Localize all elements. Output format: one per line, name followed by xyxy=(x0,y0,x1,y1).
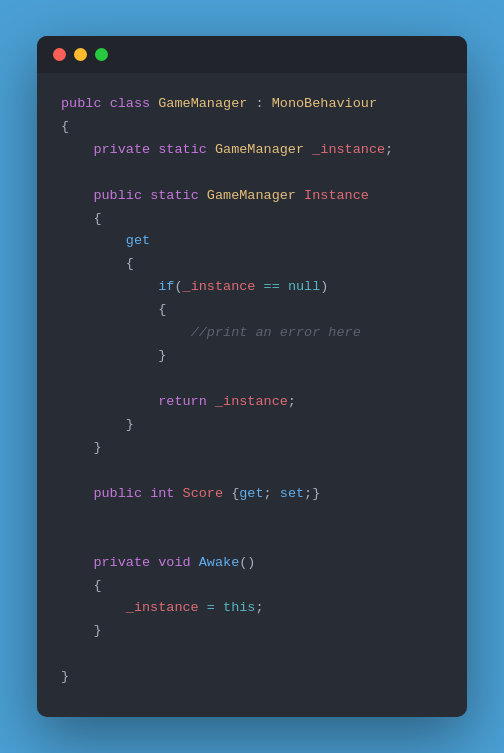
code-editor: publc class GameManager : MonoBehaviour … xyxy=(37,73,467,717)
code-line-7: get xyxy=(61,230,443,253)
code-line-19 xyxy=(61,506,443,529)
code-line-3: private static GameManager _instance; xyxy=(61,139,443,162)
code-line-11: //print an error here xyxy=(61,322,443,345)
code-line-25 xyxy=(61,643,443,666)
maximize-button[interactable] xyxy=(95,48,108,61)
code-line-21: private void Awake() xyxy=(61,552,443,575)
code-line-14: return _instance; xyxy=(61,391,443,414)
code-line-13 xyxy=(61,368,443,391)
code-line-4 xyxy=(61,162,443,185)
code-line-24: } xyxy=(61,620,443,643)
code-window: publc class GameManager : MonoBehaviour … xyxy=(37,36,467,717)
code-line-8: { xyxy=(61,253,443,276)
code-line-2: { xyxy=(61,116,443,139)
code-line-9: if(_instance == null) xyxy=(61,276,443,299)
code-line-5: public static GameManager Instance xyxy=(61,185,443,208)
code-line-1: publc class GameManager : MonoBehaviour xyxy=(61,93,443,116)
code-line-22: { xyxy=(61,575,443,598)
code-line-26: } xyxy=(61,666,443,689)
code-line-12: } xyxy=(61,345,443,368)
code-line-15: } xyxy=(61,414,443,437)
code-line-10: { xyxy=(61,299,443,322)
code-line-23: _instance = this; xyxy=(61,597,443,620)
code-line-18: public int Score {get; set;} xyxy=(61,483,443,506)
code-line-20 xyxy=(61,529,443,552)
close-button[interactable] xyxy=(53,48,66,61)
code-line-17 xyxy=(61,460,443,483)
titlebar xyxy=(37,36,467,73)
code-line-16: } xyxy=(61,437,443,460)
minimize-button[interactable] xyxy=(74,48,87,61)
code-line-6: { xyxy=(61,208,443,231)
